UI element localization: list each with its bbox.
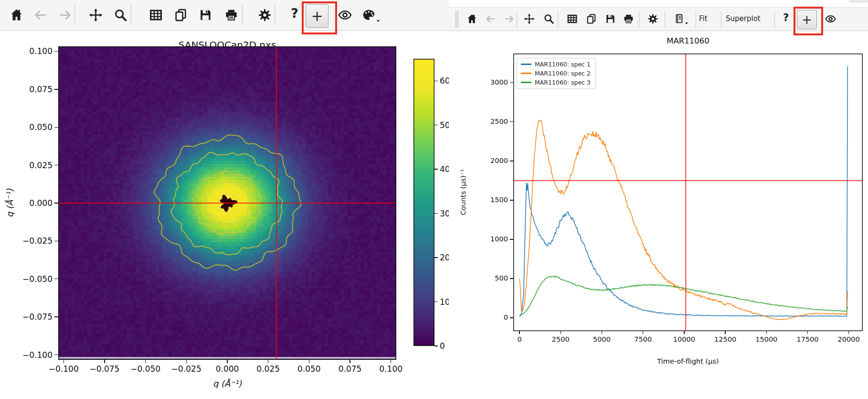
y-tick-label: −0.075 <box>19 312 53 322</box>
colorbar-tick-mark <box>434 257 438 258</box>
x-tick-mark <box>104 360 105 363</box>
x-axis-label: Time-of-flight (μs) <box>513 357 863 365</box>
y-tick-label: 0.000 <box>19 198 53 208</box>
mar11060-plot-window: FitSuperplot?+ MAR11060 MAR11060: spec 1… <box>449 0 868 399</box>
legend-line-swatch <box>521 82 531 83</box>
zoom-button[interactable] <box>543 13 554 24</box>
pan-button[interactable] <box>524 13 535 24</box>
back-button[interactable] <box>485 13 496 24</box>
legend-item: MAR11060: spec 1 <box>521 61 591 68</box>
print-button[interactable] <box>224 8 238 22</box>
legend-label: MAR11060: spec 3 <box>535 79 591 86</box>
generate-script-icon <box>673 13 684 24</box>
pan-icon <box>524 13 535 24</box>
legend-label: MAR11060: spec 2 <box>535 70 591 77</box>
line-plot-canvas[interactable] <box>513 54 863 331</box>
back-icon <box>33 8 47 22</box>
copy-button[interactable] <box>586 13 597 24</box>
add-subplot-button[interactable]: + <box>797 10 817 29</box>
toggle-visibility-button[interactable] <box>338 8 352 22</box>
pan-button[interactable] <box>89 8 103 22</box>
colormap-icon <box>362 8 376 22</box>
toolbar-separator <box>558 11 558 28</box>
y-tick-mark <box>510 161 513 161</box>
figure-toolbar: ?+ <box>0 0 449 31</box>
copy-icon <box>586 13 597 24</box>
help-button[interactable]: ? <box>289 6 300 21</box>
y-tick-mark <box>54 89 58 89</box>
toolbar-separator <box>665 11 665 28</box>
window-titlebar-fragment <box>849 0 868 3</box>
print-button[interactable] <box>623 13 634 24</box>
x-tick-mark <box>64 360 64 363</box>
y-tick-label: −0.050 <box>19 274 53 284</box>
y-tick-mark <box>54 203 58 203</box>
y-tick-label: 0.050 <box>19 122 53 132</box>
save-icon <box>605 13 616 24</box>
y-tick-mark <box>510 317 513 318</box>
superplot-button[interactable]: Superplot <box>726 14 761 23</box>
add-subplot-button[interactable]: + <box>306 4 328 28</box>
x-tick-label: 0.000 <box>206 364 249 374</box>
customize-icon <box>647 13 658 24</box>
save-button[interactable] <box>199 8 212 22</box>
back-icon <box>485 13 496 24</box>
toolbar-separator <box>74 4 75 26</box>
grid-button[interactable] <box>567 13 578 24</box>
generate-script-button[interactable] <box>673 13 684 24</box>
y-tick-mark <box>54 316 58 317</box>
y-tick-label: 500 <box>481 274 508 282</box>
x-tick-mark <box>643 331 643 334</box>
toggle-visibility-icon <box>825 13 836 24</box>
y-tick-mark <box>510 82 513 83</box>
back-button[interactable] <box>33 8 47 22</box>
x-tick-mark <box>268 360 268 363</box>
x-tick-label: 0.100 <box>370 364 413 374</box>
colormap-button[interactable] <box>362 8 376 22</box>
y-tick-label: 0 <box>481 313 508 321</box>
x-tick-mark <box>227 360 227 363</box>
y-tick-mark <box>510 121 513 122</box>
x-tick-label: 7500 <box>624 335 662 343</box>
x-tick-label: 12500 <box>706 335 744 343</box>
toolbar-separator <box>696 11 696 28</box>
zoom-button[interactable] <box>114 8 127 22</box>
customize-button[interactable] <box>258 8 272 22</box>
fit-button[interactable]: Fit <box>699 14 708 23</box>
toggle-visibility-button[interactable] <box>825 13 836 24</box>
toolbar-drag-handle[interactable] <box>455 11 458 27</box>
colorbar-canvas[interactable] <box>413 59 434 346</box>
x-tick-label: 15000 <box>747 335 785 343</box>
dropdown-caret-icon <box>377 20 380 22</box>
y-tick-label: 2000 <box>481 157 508 164</box>
x-tick-mark <box>391 360 391 363</box>
x-tick-mark <box>309 360 309 363</box>
y-tick-mark <box>54 51 58 52</box>
home-button[interactable] <box>466 13 477 24</box>
forward-button[interactable] <box>504 13 515 24</box>
forward-button[interactable] <box>58 8 72 22</box>
grid-button[interactable] <box>149 8 163 22</box>
x-tick-label: 0.075 <box>328 364 371 374</box>
x-tick-mark <box>848 331 849 334</box>
heatmap-plot-canvas[interactable] <box>58 46 396 360</box>
customize-button[interactable] <box>647 13 658 24</box>
toolbar-separator <box>275 4 275 26</box>
help-button[interactable]: ? <box>781 12 791 23</box>
y-tick-mark <box>54 279 58 279</box>
plot-legend[interactable]: MAR11060: spec 1MAR11060: spec 2MAR11060… <box>517 58 596 89</box>
y-tick-label: 0.075 <box>19 85 53 94</box>
toggle-visibility-icon <box>338 8 352 22</box>
y-tick-label: 0.025 <box>19 161 53 170</box>
toolbar-separator <box>131 4 131 26</box>
x-tick-mark <box>561 331 561 334</box>
y-tick-label: 1000 <box>481 235 508 243</box>
dropdown-caret-icon <box>685 22 688 24</box>
home-button[interactable] <box>10 8 23 22</box>
legend-label: MAR11060: spec 1 <box>535 61 591 68</box>
colorbar-tick-mark <box>434 213 438 214</box>
legend-item: MAR11060: spec 3 <box>521 79 591 86</box>
copy-button[interactable] <box>174 8 188 22</box>
save-button[interactable] <box>605 13 616 24</box>
zoom-icon <box>114 8 127 22</box>
